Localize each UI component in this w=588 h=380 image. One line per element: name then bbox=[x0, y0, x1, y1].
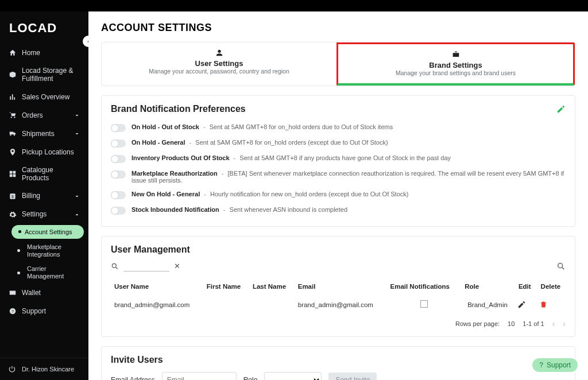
sidebar-item-account-settings[interactable]: Account Settings bbox=[11, 225, 84, 239]
pref-toggle[interactable] bbox=[111, 124, 126, 132]
pref-label: On Hold - Out of Stock bbox=[131, 123, 199, 130]
pref-toggle[interactable] bbox=[111, 155, 126, 163]
sidebar-item-label: Orders bbox=[22, 111, 69, 119]
sidebar-item-settings[interactable]: Settings bbox=[0, 205, 88, 224]
sidebar-item-sales[interactable]: Sales Overview bbox=[0, 88, 88, 106]
table-header-row: User Name First Name Last Name Email Ema… bbox=[111, 278, 566, 294]
sidebar-item-label: Carrier Management bbox=[27, 265, 82, 280]
dash: - bbox=[232, 154, 238, 161]
col-first-name: First Name bbox=[203, 278, 249, 294]
wallet-icon bbox=[8, 288, 17, 297]
box-icon bbox=[8, 70, 17, 79]
sidebar-item-shipments[interactable]: Shipments bbox=[0, 125, 88, 143]
chevron-up-icon bbox=[74, 211, 80, 218]
sidebar-nav: Home Locad Storage & Fulfillment Sales O… bbox=[0, 44, 88, 358]
card-heading: Invite Users bbox=[111, 355, 566, 365]
user-search-input[interactable] bbox=[123, 261, 169, 272]
sidebar-item-label: Sales Overview bbox=[22, 93, 80, 101]
users-table: User Name First Name Last Name Email Ema… bbox=[111, 278, 566, 315]
card-heading: Brand Notification Preferences bbox=[111, 104, 246, 114]
pref-description: Sent at 5AM GMT+8 for on_hold orders (ex… bbox=[195, 139, 388, 146]
tab-subtitle: Manage your account, password, country a… bbox=[106, 68, 332, 75]
svg-text:$: $ bbox=[11, 194, 14, 198]
sidebar-settings-children: Account Settings Marketplace Integration… bbox=[0, 225, 88, 284]
help-icon: ? bbox=[539, 361, 543, 369]
help-icon: ? bbox=[8, 307, 17, 316]
edit-user-button[interactable] bbox=[517, 300, 532, 309]
svg-line-8 bbox=[562, 267, 564, 269]
pref-row: On Hold - General - Sent at 5AM GMT+8 fo… bbox=[111, 135, 566, 151]
brand-notification-card: Brand Notification Preferences On Hold -… bbox=[101, 95, 575, 227]
pref-row: Stock Inbounded Notification - Sent when… bbox=[111, 203, 566, 218]
sidebar-item-support[interactable]: ? Support bbox=[0, 302, 88, 320]
next-page-button[interactable]: › bbox=[563, 319, 566, 328]
cell-role: Brand_Admin bbox=[461, 294, 514, 315]
sidebar-item-label: Support bbox=[22, 307, 80, 315]
cart-icon bbox=[8, 111, 17, 120]
search-button[interactable] bbox=[556, 262, 566, 271]
pref-label: Stock Inbounded Notification bbox=[131, 206, 219, 213]
pref-description: Hourly notification for new on_hold orde… bbox=[210, 191, 408, 197]
chevron-down-icon bbox=[74, 112, 80, 119]
pref-toggle[interactable] bbox=[111, 191, 126, 199]
cell-first-name bbox=[203, 294, 249, 315]
tab-brand-settings[interactable]: Brand Settings Manage your brand setting… bbox=[336, 42, 575, 86]
pref-toggle[interactable] bbox=[111, 207, 126, 215]
sidebar-item-label: Billing bbox=[22, 192, 69, 200]
bullet-icon bbox=[17, 272, 20, 274]
briefcase-icon bbox=[343, 50, 568, 61]
sidebar-item-pickup[interactable]: Pickup Locations bbox=[0, 143, 88, 161]
page-title: ACCOUNT SETTINGS bbox=[101, 22, 575, 34]
invite-email-input[interactable] bbox=[162, 372, 237, 380]
notifications-checkbox[interactable] bbox=[420, 300, 428, 308]
dollar-icon: $ bbox=[8, 192, 17, 201]
delete-user-button[interactable] bbox=[539, 300, 562, 309]
pref-toggle[interactable] bbox=[111, 170, 126, 179]
sidebar-item-home[interactable]: Home bbox=[0, 44, 88, 62]
sidebar-item-catalogue[interactable]: Catalogue Products bbox=[0, 161, 88, 187]
power-icon bbox=[8, 365, 16, 373]
svg-point-4 bbox=[218, 50, 220, 53]
invite-users-card: Invite Users Email Address Role Send Inv… bbox=[101, 346, 575, 380]
col-role: Role bbox=[461, 278, 514, 294]
pref-row: Marketplace Reauthorization - [BETA] Sen… bbox=[111, 166, 566, 187]
svg-line-6 bbox=[116, 267, 118, 269]
dash: - bbox=[222, 206, 227, 213]
pref-row: On Hold - Out of Stock - Sent at 5AM GMT… bbox=[111, 120, 566, 135]
sidebar-item-label: Account Settings bbox=[25, 228, 72, 235]
sidebar-item-orders[interactable]: Orders bbox=[0, 106, 88, 125]
send-invite-button[interactable]: Send Invite bbox=[328, 373, 377, 380]
clear-search-button[interactable]: ✕ bbox=[174, 262, 180, 270]
chevron-down-icon bbox=[74, 193, 80, 200]
sidebar-item-wallet[interactable]: Wallet bbox=[0, 284, 88, 302]
edit-preferences-button[interactable] bbox=[556, 104, 566, 114]
pagination-range: 1-1 of 1 bbox=[523, 320, 544, 327]
pref-label: On Hold - General bbox=[131, 139, 185, 146]
col-notifications: Email Notifications bbox=[386, 278, 461, 294]
sidebar-footer[interactable]: Dr. Hizon Skincare bbox=[0, 358, 88, 380]
sidebar-item-label: Marketplace Integrations bbox=[27, 243, 82, 258]
role-label: Role bbox=[243, 376, 258, 380]
prev-page-button[interactable]: ‹ bbox=[552, 319, 555, 328]
sidebar-item-marketplace-integrations[interactable]: Marketplace Integrations bbox=[7, 240, 88, 262]
pref-toggle[interactable] bbox=[111, 139, 126, 148]
tab-user-settings[interactable]: User Settings Manage your account, passw… bbox=[102, 42, 336, 86]
support-floating-button[interactable]: ? Support bbox=[532, 358, 578, 372]
pref-label: Marketplace Reauthorization bbox=[131, 170, 218, 177]
rows-per-page-select[interactable]: 10 bbox=[508, 320, 514, 327]
bullet-icon bbox=[17, 249, 20, 252]
invite-role-select[interactable] bbox=[264, 372, 322, 380]
sidebar-item-carrier-management[interactable]: Carrier Management bbox=[7, 262, 88, 284]
pref-description: Sent at 5AM GMT+8 if any products have g… bbox=[239, 154, 451, 161]
sidebar-item-label: Settings bbox=[22, 210, 69, 218]
dash: - bbox=[202, 123, 207, 130]
cell-notifications bbox=[386, 294, 461, 315]
col-last-name: Last Name bbox=[249, 278, 295, 294]
chart-icon bbox=[8, 92, 17, 102]
main-content: ACCOUNT SETTINGS User Settings Manage yo… bbox=[88, 11, 588, 380]
sidebar-item-storage[interactable]: Locad Storage & Fulfillment bbox=[0, 62, 88, 88]
pref-label: Inventory Products Out Of Stock bbox=[131, 154, 230, 161]
truck-icon bbox=[8, 129, 17, 138]
sidebar-item-billing[interactable]: $ Billing bbox=[0, 187, 88, 205]
pref-row: New On Hold - General - Hourly notificat… bbox=[111, 187, 566, 203]
